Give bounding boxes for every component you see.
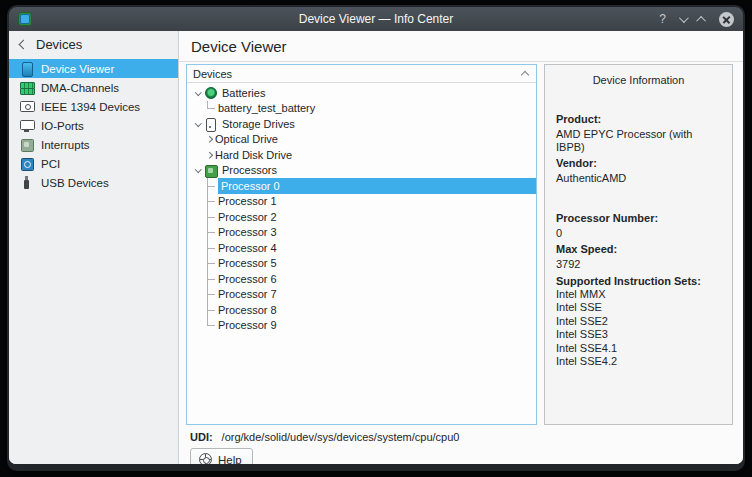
tree-row-processor-0[interactable]: Processor 0 [187,178,536,194]
expander-closed-icon[interactable] [203,153,215,158]
tree-branch-line [203,271,215,287]
tree-row-hard-disk-drive[interactable]: Hard Disk Drive [187,147,536,163]
minimize-icon[interactable] [679,13,689,23]
device-tree-panel: Devices Batteries battery_test_battery S… [186,64,537,425]
udi-row: UDI: /org/kde/solid/udev/sys/devices/sys… [179,425,743,445]
tree-row-label: battery_test_battery [218,102,315,114]
help-button-label: Help [218,454,242,465]
tree-branch-line [203,318,215,334]
info-field-label: Supported Instruction Sets: [556,274,721,288]
tree-row-processor-4[interactable]: Processor 4 [187,240,536,256]
help-button[interactable]: Help [190,448,253,464]
tree-row-label: Optical Drive [215,133,278,145]
close-icon[interactable] [719,12,734,27]
tree-branch-line [203,302,215,318]
sidebar-item-label: PCI [41,158,60,170]
tree-row-label: Processor 0 [218,178,536,194]
info-field-label: Processor Number: [556,211,721,225]
tree-row-processor-6[interactable]: Processor 6 [187,271,536,287]
sidebar-item-label: Device Viewer [41,63,114,75]
sidebar-item-io-ports[interactable]: IO-Ports [9,116,178,135]
tree-row-processor-7[interactable]: Processor 7 [187,287,536,303]
main-area: Device Viewer Devices Batteries battery_… [179,31,743,464]
info-field-label: Product: [556,112,721,126]
tree-row-processor-8[interactable]: Processor 8 [187,302,536,318]
tree-row-label: Processor 9 [218,319,277,331]
sidebar-item-ieee-1394-devices[interactable]: IEEE 1394 Devices [9,97,178,116]
tree-row-battery-test-battery[interactable]: battery_test_battery [187,101,536,117]
tree-row-label: Hard Disk Drive [215,149,292,161]
info-field-label: Max Speed: [556,242,721,256]
tree-branch-line [203,287,215,303]
tree-row-storage-drives[interactable]: Storage Drives [187,116,536,132]
tree-branch-line [203,101,215,117]
sidebar-item-label: Interrupts [41,139,90,151]
tree-row-label: Processor 5 [218,257,277,269]
help-window-button[interactable]: ? [659,13,666,25]
dma-channels-icon [20,81,33,94]
tree-header-label: Devices [193,68,232,80]
app-window: Device Viewer — Info Center ? Devices De… [7,5,745,471]
tree-branch-line [203,256,215,272]
info-group: Processor Number:0Max Speed:3792Supporte… [556,211,721,368]
tree-column-header[interactable]: Devices [187,65,536,83]
sidebar-item-usb-devices[interactable]: USB Devices [9,173,178,192]
sidebar-item-device-viewer[interactable]: Device Viewer [9,59,178,78]
app-icon [18,12,32,26]
info-field-value: Intel MMX [556,288,721,301]
tree-row-batteries[interactable]: Batteries [187,85,536,101]
sidebar-item-dma-channels[interactable]: DMA-Channels [9,78,178,97]
tree-row-processor-9[interactable]: Processor 9 [187,318,536,334]
sidebar-item-label: USB Devices [41,177,109,189]
tree-row-label: Processor 4 [218,242,277,254]
tree-branch-line [203,209,215,225]
expander-open-icon[interactable] [192,92,204,95]
tree-branch-line [203,194,215,210]
expander-closed-icon[interactable] [203,137,215,142]
info-field-value: Intel SSE3 [556,328,721,341]
info-field-value: 0 [556,227,721,240]
expander-open-icon[interactable] [192,123,204,126]
tree-row-processor-5[interactable]: Processor 5 [187,256,536,272]
info-field-value: Intel SSE [556,301,721,314]
interrupts-icon [20,138,33,151]
usb-icon [20,176,33,189]
expander-open-icon[interactable] [192,169,204,172]
info-panel-title: Device Information [556,74,721,86]
tree-row-processor-3[interactable]: Processor 3 [187,225,536,241]
sidebar-item-label: DMA-Channels [41,82,119,94]
help-row: Help [179,445,743,464]
tree-row-processor-1[interactable]: Processor 1 [187,194,536,210]
tree-row-label: Storage Drives [222,118,295,130]
pci-icon [20,157,33,170]
info-field-value: Intel SSE4.1 [556,342,721,355]
tree-row-processor-2[interactable]: Processor 2 [187,209,536,225]
maximize-icon[interactable] [696,15,706,25]
tree-branch-line [203,225,215,241]
sidebar-item-pci[interactable]: PCI [9,154,178,173]
page-title: Device Viewer [179,31,743,62]
tree-row-label: Processor 2 [218,211,277,223]
tree-branch-line [203,178,215,194]
tree-branch-line [203,240,215,256]
battery-icon [204,87,216,99]
ieee-1394-icon [20,100,33,113]
sidebar-item-interrupts[interactable]: Interrupts [9,135,178,154]
sidebar-item-label: IO-Ports [41,120,84,132]
device-tree: Batteries battery_test_battery Storage D… [187,83,536,333]
tree-row-label: Processor 1 [218,195,277,207]
tree-row-optical-drive[interactable]: Optical Drive [187,132,536,148]
tree-row-label: Processor 6 [218,273,277,285]
tree-row-label: Processor 3 [218,226,277,238]
info-group: Product:AMD EPYC Processor (with IBPB)Ve… [556,112,721,185]
io-ports-icon [20,119,33,132]
info-fields: Product:AMD EPYC Processor (with IBPB)Ve… [556,112,721,368]
info-field-value: Intel SSE2 [556,315,721,328]
tree-row-label: Processors [222,164,277,176]
sidebar-back-header[interactable]: Devices [9,31,178,58]
info-field-value: AMD EPYC Processor (with IBPB) [556,128,721,153]
window-content: Devices Device Viewer DMA-Channels IEEE … [9,31,743,464]
tree-row-processors[interactable]: Processors [187,163,536,179]
info-field-value: Intel SSE4.2 [556,355,721,368]
sort-ascending-icon [521,71,529,79]
